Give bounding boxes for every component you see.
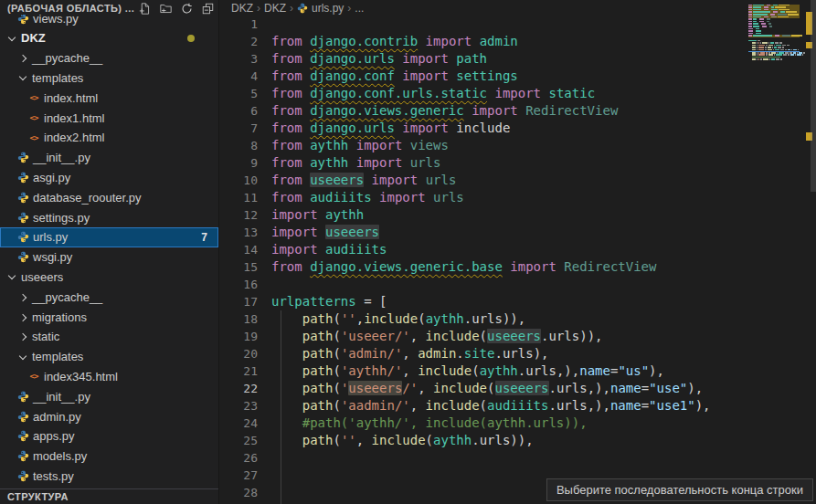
code-line-1[interactable]: 1 — [219, 16, 748, 33]
tree-item--init-py[interactable]: __init__.py — [0, 148, 218, 168]
code-line-14[interactable]: 14import audiiits — [219, 241, 748, 258]
editor-pane: DKZ›DKZ›urls.py›... 12from django.contri… — [219, 0, 816, 504]
code-text: from django.views.generic import Redirec… — [271, 102, 618, 120]
tree-item-wsgi-py[interactable]: wsgi.py — [0, 247, 218, 268]
code-line-23[interactable]: 23 path('aadmin/', include(audiiits.urls… — [219, 397, 748, 415]
code-line-17[interactable]: 17urlpatterns = [ — [219, 293, 748, 310]
chevron-right-icon — [16, 333, 28, 340]
code-text: import aythh — [271, 206, 364, 224]
tree-item-urls-py[interactable]: urls.py7 — [0, 227, 218, 247]
tree-item-asgi-py[interactable]: asgi.py — [0, 168, 218, 188]
line-number: 11 — [219, 189, 271, 206]
tree-item-templates[interactable]: templates — [0, 347, 218, 367]
tree-item-dkz[interactable]: DKZ — [0, 28, 218, 48]
tree-item--pycache-[interactable]: __pycache__ — [0, 48, 218, 68]
tree-item-apps-py[interactable]: apps.py — [0, 426, 218, 446]
breadcrumb-item[interactable]: ... — [355, 2, 364, 15]
code-line-7[interactable]: 7from django.urls import include — [219, 120, 748, 137]
breadcrumb-separator-icon: › — [347, 2, 351, 15]
tree-item-index1-html[interactable]: <>index1.html — [0, 108, 218, 128]
code-line-22[interactable]: 22 path('useeers/', include(useeers.urls… — [219, 380, 748, 397]
code-line-26[interactable]: 26 — [219, 449, 748, 467]
code-text: path('',include(aythh.urls)), — [271, 310, 525, 328]
tree-item-index2-html[interactable]: <>index2.html — [0, 128, 218, 148]
refresh-icon[interactable] — [179, 1, 194, 16]
tree-item-migrations[interactable]: migrations — [0, 307, 218, 327]
line-number: 9 — [219, 154, 271, 172]
code-line-2[interactable]: 2from django.contrib import admin — [219, 33, 748, 50]
collapse-all-icon[interactable] — [200, 1, 215, 16]
breadcrumb-item[interactable]: urls.py — [297, 2, 344, 15]
problems-badge: 7 — [201, 231, 207, 244]
code-line-15[interactable]: 15from django.views.generic.base import … — [219, 258, 748, 276]
line-number: 5 — [219, 85, 271, 102]
code-line-10[interactable]: 10from useeers import urls — [219, 172, 748, 189]
tree-item-label: useeers — [21, 270, 63, 284]
line-number: 15 — [219, 258, 271, 276]
code-line-21[interactable]: 21 path('aythh/', include(aythh.urls,),n… — [219, 362, 748, 380]
code-line-18[interactable]: 18 path('',include(aythh.urls)), — [219, 310, 748, 328]
tree-item--pycache-[interactable]: __pycache__ — [0, 287, 218, 307]
code-text: path('', include(aythh.urls)), — [271, 432, 534, 449]
code-line-13[interactable]: 13import useeers — [219, 224, 748, 241]
code-line-25[interactable]: 25 path('', include(aythh.urls)), — [219, 432, 748, 449]
tree-item-models-py[interactable]: models.py — [0, 446, 218, 467]
code-line-20[interactable]: 20 path('admin/', admin.site.urls), — [219, 345, 748, 362]
tree-item-label: __init__.py — [33, 151, 90, 164]
tree-item-database-roouter-py[interactable]: database_roouter.py — [0, 187, 218, 207]
code-line-8[interactable]: 8from aythh import views — [219, 137, 748, 154]
breadcrumb-label: DKZ — [264, 2, 286, 15]
code-text: from useeers import urls — [271, 172, 456, 189]
code-text: from aythh import views — [271, 137, 449, 154]
line-number: 14 — [219, 241, 271, 258]
line-number: 17 — [219, 293, 271, 310]
line-number: 10 — [219, 172, 271, 189]
line-number: 4 — [219, 68, 271, 85]
code-text: path('useeers/', include(useeers.urls,),… — [271, 380, 703, 397]
code-line-11[interactable]: 11from audiiits import urls — [219, 189, 748, 206]
tree-item-index345-html[interactable]: <>index345.html — [0, 367, 218, 387]
code-line-16[interactable]: 16 — [219, 276, 748, 293]
tree-item-tests-py[interactable]: tests.py — [0, 467, 218, 487]
breadcrumb-item[interactable]: DKZ — [231, 2, 253, 15]
workspace-section-header[interactable]: (РАБОЧАЯ ОБЛАСТЬ) ... — [0, 0, 218, 15]
outline-section-header[interactable]: СТРУКТУРА — [0, 488, 218, 504]
python-icon — [16, 391, 29, 403]
code-line-24[interactable]: 24 #path('aythh/', include(aythh.urls)), — [219, 415, 748, 432]
line-number: 27 — [219, 467, 271, 484]
breadcrumb: DKZ›DKZ›urls.py›... — [219, 0, 816, 16]
code-line-5[interactable]: 5from django.conf.urls.static import sta… — [219, 85, 748, 102]
code-line-12[interactable]: 12import aythh — [219, 206, 748, 224]
tree-item-index-html[interactable]: <>index.html — [0, 88, 218, 108]
line-number: 21 — [219, 362, 271, 380]
code-area[interactable]: 12from django.contrib import admin3from … — [219, 16, 748, 501]
new-folder-icon[interactable] — [158, 1, 173, 16]
new-file-icon[interactable] — [137, 1, 152, 16]
chevron-down-icon — [16, 355, 28, 359]
tree-item-label: static — [32, 330, 59, 343]
line-number: 23 — [219, 397, 271, 415]
code-line-3[interactable]: 3from django.urls import path — [219, 50, 748, 68]
tree-item-settings-py[interactable]: settings.py — [0, 207, 218, 227]
code-line-4[interactable]: 4from django.conf import settings — [219, 68, 748, 85]
breadcrumb-item[interactable]: DKZ — [264, 2, 286, 15]
editor-scrollbar[interactable] — [811, 0, 816, 192]
tree-item-label: tests.py — [33, 469, 74, 483]
code-text: path('aythh/', include(aythh.urls,),name… — [271, 362, 664, 380]
code-line-9[interactable]: 9from aythh import urls — [219, 154, 748, 172]
code-text: path('useeer/', include(useeers.urls)), — [271, 328, 603, 345]
tree-item-static[interactable]: static — [0, 327, 218, 347]
html-icon: <> — [27, 113, 40, 122]
code-line-19[interactable]: 19 path('useeer/', include(useeers.urls)… — [219, 328, 748, 345]
tree-item-views-py[interactable]: views.py — [0, 15, 218, 28]
code-line-6[interactable]: 6from django.views.generic import Redire… — [219, 102, 748, 120]
tree-item-admin-py[interactable]: admin.py — [0, 406, 218, 426]
tree-item-label: __pycache__ — [32, 290, 102, 304]
code-text: from django.urls import include — [271, 120, 510, 137]
tree-item-useeers[interactable]: useeers — [0, 268, 218, 288]
minimap[interactable] — [748, 2, 800, 68]
tree-item--init-py[interactable]: __init__.py — [0, 386, 218, 406]
line-number: 7 — [219, 120, 271, 137]
code-text: import audiiits — [271, 241, 387, 258]
tree-item-templates[interactable]: templates — [0, 68, 218, 89]
